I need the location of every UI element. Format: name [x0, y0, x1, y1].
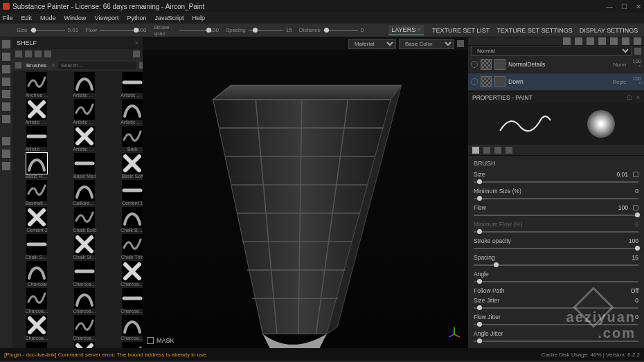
- slider-angle[interactable]: [474, 281, 638, 282]
- viewport-canvas[interactable]: MASK: [143, 50, 468, 348]
- maximize-button[interactable]: ☐: [621, 3, 627, 10]
- menu-window[interactable]: Window: [64, 15, 87, 21]
- material-picker-icon[interactable]: [2, 115, 10, 123]
- slider-stroke-opac[interactable]: Stroke opac100: [153, 24, 218, 37]
- brush-item[interactable]: Concrete: [14, 342, 60, 348]
- visibility-icon[interactable]: [471, 61, 478, 68]
- paint-tool-icon[interactable]: [2, 40, 10, 48]
- slider-minimum-size----[interactable]: [474, 198, 638, 199]
- tab-texture-set-settings[interactable]: TEXTURE SET SETTINGS: [494, 26, 575, 35]
- pin-icon[interactable]: ⊡: [627, 94, 632, 101]
- tex-set-icon[interactable]: [2, 162, 10, 170]
- slider-minimum-flow----[interactable]: [474, 231, 638, 233]
- brush-item[interactable]: Calligraphic: [62, 180, 108, 206]
- brush-item[interactable]: Bark: [109, 126, 143, 152]
- slider-flow[interactable]: Flow100: [85, 27, 146, 33]
- layers-tab[interactable]: LAYERS ×: [388, 25, 424, 35]
- clone-tool-icon[interactable]: [2, 102, 10, 111]
- brush-item[interactable]: Artistic Soft: [62, 126, 108, 152]
- menu-mode[interactable]: Mode: [40, 15, 56, 21]
- shelf-home-icon[interactable]: [15, 51, 22, 57]
- eraser-tool-icon[interactable]: [2, 53, 10, 61]
- slider-angle-jitter[interactable]: [474, 341, 638, 342]
- slider-size[interactable]: Size0.01: [17, 27, 78, 33]
- layer-settings-icon[interactable]: [634, 48, 641, 55]
- add-effect-icon[interactable]: [610, 37, 618, 45]
- filter-icon[interactable]: [15, 62, 21, 69]
- stencil-tab-icon[interactable]: [494, 147, 501, 154]
- shelf-search-input[interactable]: [58, 62, 136, 69]
- brush-item[interactable]: Artistic Brus...: [62, 72, 108, 98]
- mask-toggle[interactable]: [147, 337, 154, 344]
- add-layer-icon[interactable]: [563, 37, 571, 45]
- brush-item[interactable]: Chalk Spread: [14, 234, 60, 260]
- brush-item[interactable]: Artistic Pend: [62, 99, 108, 125]
- visibility-icon[interactable]: [471, 78, 478, 85]
- slider-spacing[interactable]: Spacing15: [226, 27, 292, 33]
- lock-icon[interactable]: [633, 205, 638, 210]
- brush-item[interactable]: Chalk Bumpy: [109, 207, 143, 233]
- menu-file[interactable]: File: [3, 15, 13, 21]
- alpha-tab-icon[interactable]: [483, 147, 490, 154]
- tab-display-settings[interactable]: DISPLAY SETTINGS: [577, 26, 641, 35]
- close-icon[interactable]: ×: [418, 26, 421, 33]
- shelf-settings-icon[interactable]: [44, 51, 51, 57]
- slider-size-jitter[interactable]: [474, 307, 638, 309]
- export-icon[interactable]: [634, 37, 641, 45]
- brush-item[interactable]: Cement 1: [109, 180, 143, 206]
- material-tab-icon[interactable]: [506, 147, 512, 154]
- layer-thumb[interactable]: [494, 59, 506, 70]
- material-select[interactable]: Material: [348, 39, 396, 49]
- slider-flow-jitter[interactable]: [474, 324, 638, 325]
- projection-tool-icon[interactable]: [2, 65, 10, 73]
- brush-item[interactable]: Charcoal Fine: [62, 261, 108, 287]
- menu-viewport[interactable]: Viewport: [95, 15, 119, 21]
- add-group-icon[interactable]: [598, 37, 606, 45]
- brush-item[interactable]: Charcoal Li...: [14, 288, 60, 314]
- close-button[interactable]: ✕: [636, 3, 641, 10]
- brush-item[interactable]: Cement 2: [14, 207, 60, 233]
- shelf-add-icon[interactable]: [133, 51, 140, 57]
- add-fill-layer-icon[interactable]: [575, 37, 582, 45]
- brushes-filter-tab[interactable]: Brushes: [24, 62, 48, 69]
- brush-item[interactable]: Basic Med: [62, 153, 108, 179]
- brush-item[interactable]: Chalk Thin: [109, 234, 143, 260]
- viewport-settings-icon[interactable]: [457, 40, 464, 47]
- channel-select[interactable]: Base Color: [399, 39, 454, 49]
- brush-item[interactable]: Artistic Har...: [109, 99, 143, 125]
- layer-thumb[interactable]: [494, 76, 506, 87]
- menu-javascript[interactable]: JavaScript: [154, 15, 184, 21]
- brush-item[interactable]: Airchive liner: [14, 72, 60, 98]
- shelf-folder-icon[interactable]: [25, 51, 32, 57]
- close-icon[interactable]: ×: [636, 94, 640, 101]
- brush-item[interactable]: Charcoal W...: [62, 288, 108, 314]
- brush-item[interactable]: Cotton: [109, 342, 143, 348]
- brush-tab-icon[interactable]: [472, 147, 479, 154]
- slider-distance[interactable]: Distance0: [299, 27, 364, 33]
- menu-python[interactable]: Python: [127, 15, 146, 21]
- brush-item[interactable]: Chalk Strong: [62, 234, 108, 260]
- layer-mask-thumb[interactable]: [481, 76, 492, 87]
- layer-row[interactable]: DownReplc100 ˅: [468, 73, 644, 90]
- menu-help[interactable]: Help: [192, 15, 205, 21]
- menu-edit[interactable]: Edit: [21, 15, 33, 21]
- brush-item[interactable]: Charcoal N...: [109, 288, 143, 314]
- layer-row[interactable]: NormalDetailsNorm100 ˅: [468, 56, 644, 73]
- brush-item[interactable]: Charcoal W...: [109, 315, 143, 341]
- brush-item[interactable]: Artistic Brus...: [109, 72, 143, 98]
- slider-spacing[interactable]: [474, 264, 638, 266]
- fill-tool-icon[interactable]: [2, 78, 10, 86]
- minimize-button[interactable]: —: [606, 3, 613, 10]
- brush-item[interactable]: Charcoal Ra...: [14, 315, 60, 341]
- close-icon[interactable]: ×: [51, 62, 55, 69]
- add-mask-icon[interactable]: [587, 37, 594, 45]
- tab-texture-set-list[interactable]: TEXTURE SET LIST: [429, 26, 492, 35]
- slider-size[interactable]: [474, 181, 638, 183]
- layers-icon[interactable]: [2, 150, 10, 158]
- delete-layer-icon[interactable]: [622, 37, 629, 45]
- shelf-import-icon[interactable]: [35, 51, 42, 57]
- slider-flow[interactable]: [474, 215, 638, 216]
- slider-stroke-opacity[interactable]: [474, 248, 638, 249]
- brush-item[interactable]: Concrete Li...: [62, 342, 108, 348]
- brush-item[interactable]: Artistic Haz...: [14, 99, 60, 125]
